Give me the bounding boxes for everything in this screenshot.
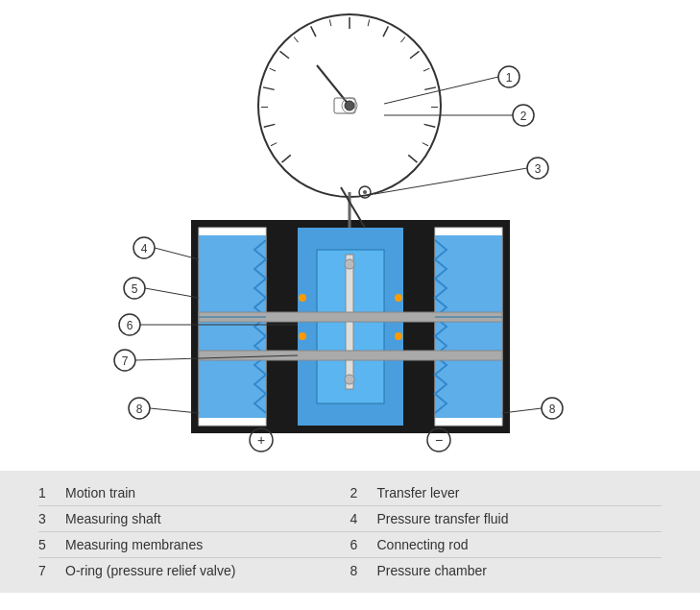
legend-num: 2: [350, 485, 377, 500]
legend-row: 3 Measuring shaft 4 Pressure transfer fl…: [38, 506, 662, 532]
svg-point-39: [395, 332, 402, 340]
svg-point-37: [395, 294, 402, 302]
svg-point-34: [345, 259, 354, 269]
legend-num: 1: [38, 485, 65, 500]
svg-text:8: 8: [549, 403, 556, 416]
legend-label: Measuring membranes: [65, 537, 203, 552]
svg-point-38: [299, 332, 306, 340]
legend-cell-left: 7 O-ring (pressure relief valve): [38, 563, 350, 578]
legend-label: Pressure chamber: [377, 563, 487, 578]
svg-point-35: [345, 375, 354, 384]
svg-point-51: [363, 190, 367, 194]
legend-label: Transfer lever: [377, 485, 460, 500]
legend-cell-right: 2 Transfer lever: [350, 485, 663, 500]
svg-line-66: [145, 288, 199, 298]
svg-text:3: 3: [535, 162, 542, 176]
diagram-svg: + − 1 2 3 4 5 6: [0, 0, 700, 471]
svg-text:1: 1: [506, 71, 513, 85]
legend-num: 3: [38, 511, 65, 526]
legend-num: 5: [38, 537, 65, 552]
legend-label: Pressure transfer fluid: [377, 511, 509, 526]
legend-cell-right: 8 Pressure chamber: [350, 563, 663, 578]
svg-text:+: +: [257, 432, 265, 448]
legend-area: 1 Motion train 2 Transfer lever 3 Measur…: [0, 471, 700, 593]
legend-cell-left: 1 Motion train: [38, 485, 350, 500]
legend-label: O-ring (pressure relief valve): [65, 563, 235, 578]
svg-text:−: −: [435, 432, 443, 448]
svg-rect-41: [199, 351, 502, 360]
svg-text:2: 2: [520, 110, 527, 123]
legend-cell-right: 6 Connecting rod: [350, 537, 663, 552]
svg-text:5: 5: [132, 282, 138, 296]
svg-point-23: [345, 101, 354, 110]
legend-num: 8: [350, 563, 377, 578]
svg-text:6: 6: [127, 319, 133, 332]
legend-num: 6: [350, 537, 377, 552]
legend-label: Measuring shaft: [65, 511, 161, 526]
legend-row: 1 Motion train 2 Transfer lever: [38, 480, 662, 506]
legend-label: Motion train: [65, 485, 135, 500]
legend-cell-right: 4 Pressure transfer fluid: [350, 511, 663, 526]
legend-cell-left: 3 Measuring shaft: [38, 511, 350, 526]
legend-row: 5 Measuring membranes 6 Connecting rod: [38, 532, 662, 558]
legend-row: 7 O-ring (pressure relief valve) 8 Press…: [38, 558, 662, 583]
legend-cell-left: 5 Measuring membranes: [38, 537, 350, 552]
legend-num: 4: [350, 511, 377, 526]
legend-label: Connecting rod: [377, 537, 469, 552]
svg-point-36: [299, 294, 306, 302]
svg-text:8: 8: [136, 403, 143, 416]
svg-text:7: 7: [122, 354, 129, 368]
svg-text:4: 4: [141, 242, 148, 256]
legend-num: 7: [38, 563, 65, 578]
diagram-area: + − 1 2 3 4 5 6: [0, 0, 700, 471]
